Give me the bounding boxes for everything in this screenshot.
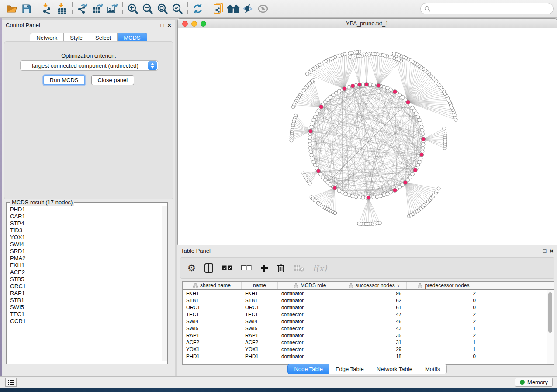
graph-node[interactable] bbox=[419, 157, 422, 160]
graph-hub-node[interactable] bbox=[421, 137, 425, 141]
zoom-selected-icon[interactable] bbox=[170, 2, 185, 15]
table-cell[interactable]: PHD1 bbox=[242, 354, 278, 359]
graph-node[interactable] bbox=[392, 52, 396, 55]
column-header-predecessor-nodes[interactable]: predecessor nodes bbox=[407, 282, 481, 289]
delete-column-trash-icon[interactable] bbox=[277, 261, 285, 275]
mcds-result-item[interactable]: SRD1 bbox=[7, 248, 161, 255]
refresh-icon[interactable] bbox=[190, 2, 205, 15]
show-all-eye-icon[interactable] bbox=[256, 2, 270, 15]
table-cell[interactable]: SWI5 bbox=[183, 326, 242, 331]
graph-node[interactable] bbox=[437, 187, 440, 190]
graph-node[interactable] bbox=[333, 211, 337, 215]
table-cell[interactable]: FKH1 bbox=[242, 291, 278, 296]
mcds-result-item[interactable]: PHD1 bbox=[7, 206, 161, 213]
graph-hub-node[interactable] bbox=[367, 196, 370, 199]
graph-hub-node[interactable] bbox=[319, 105, 323, 109]
table-row[interactable]: TEC1TEC1connector472 bbox=[183, 311, 547, 318]
float-panel-icon[interactable]: □ bbox=[160, 22, 164, 28]
network-graph[interactable] bbox=[178, 28, 557, 245]
column-header-mcds-role[interactable]: MCDS role bbox=[278, 282, 342, 289]
graph-node[interactable] bbox=[308, 146, 312, 150]
table-cell[interactable]: 18 bbox=[342, 354, 407, 359]
table-cell[interactable]: 62 bbox=[342, 298, 407, 303]
graph-node[interactable] bbox=[350, 194, 354, 198]
function-builder-icon[interactable]: f(x) bbox=[313, 261, 327, 275]
table-row[interactable]: YOX1YOX1connector291 bbox=[183, 346, 547, 353]
table-row[interactable]: SWI5SWI5connector431 bbox=[183, 325, 547, 332]
graph-node[interactable] bbox=[347, 193, 351, 196]
delete-table-icon[interactable] bbox=[294, 261, 304, 275]
graph-hub-node[interactable] bbox=[406, 100, 410, 104]
graph-node[interactable] bbox=[311, 122, 314, 125]
graph-node[interactable] bbox=[422, 143, 425, 146]
task-history-list-icon[interactable] bbox=[5, 378, 17, 387]
graph-node[interactable] bbox=[337, 189, 341, 193]
table-cell[interactable]: SWI5 bbox=[242, 326, 278, 331]
table-cell[interactable]: RAP1 bbox=[242, 333, 278, 338]
mcds-result-item[interactable]: YOX1 bbox=[7, 234, 161, 241]
graph-node[interactable] bbox=[308, 143, 311, 146]
mcds-result-item[interactable]: STP4 bbox=[7, 220, 161, 227]
graph-node[interactable] bbox=[310, 153, 313, 157]
mcds-result-item[interactable]: STB5 bbox=[7, 276, 161, 283]
graph-node[interactable] bbox=[419, 122, 422, 125]
memory-button[interactable]: Memory bbox=[515, 378, 553, 387]
graph-node[interactable] bbox=[372, 83, 375, 86]
table-cell[interactable]: connector bbox=[278, 326, 342, 331]
mcds-result-item[interactable]: SWI5 bbox=[7, 304, 161, 311]
graph-node[interactable] bbox=[418, 118, 421, 122]
run-mcds-button[interactable]: Run MCDS bbox=[43, 75, 85, 85]
table-cell[interactable]: dominator bbox=[278, 354, 342, 359]
table-settings-gear-icon[interactable]: ⚙ bbox=[187, 261, 196, 275]
graph-hub-node[interactable] bbox=[393, 90, 397, 94]
table-cell[interactable]: 2 bbox=[407, 319, 481, 324]
close-window-icon[interactable] bbox=[182, 21, 188, 27]
table-cell[interactable]: TEC1 bbox=[242, 312, 278, 317]
mcds-result-item[interactable]: PMA2 bbox=[7, 255, 161, 262]
table-cell[interactable]: 29 bbox=[342, 347, 407, 352]
graph-hub-node[interactable] bbox=[343, 87, 346, 91]
hide-selection-eye-icon[interactable] bbox=[241, 2, 256, 15]
home-icon[interactable] bbox=[226, 2, 241, 15]
save-session-icon[interactable] bbox=[19, 2, 34, 15]
column-header-successor-nodes[interactable]: successor nodes ∨ bbox=[342, 282, 407, 289]
table-cell[interactable]: 47 bbox=[342, 312, 407, 317]
graph-hub-node[interactable] bbox=[420, 153, 424, 157]
graph-node[interactable] bbox=[290, 139, 293, 142]
graph-node[interactable] bbox=[305, 72, 309, 76]
graph-node[interactable] bbox=[379, 194, 382, 198]
graph-node[interactable] bbox=[291, 105, 295, 109]
graph-hub-node[interactable] bbox=[316, 169, 320, 173]
graph-node[interactable] bbox=[312, 160, 315, 164]
graph-node[interactable] bbox=[310, 125, 313, 128]
graph-node[interactable] bbox=[354, 195, 357, 198]
graph-node[interactable] bbox=[421, 132, 425, 136]
table-cell[interactable]: 0 bbox=[407, 298, 481, 303]
import-table-icon[interactable] bbox=[55, 2, 69, 15]
criterion-dropdown[interactable]: largest connected component (undirected) bbox=[20, 60, 158, 71]
table-cell[interactable]: RAP1 bbox=[183, 333, 242, 338]
graph-node[interactable] bbox=[389, 88, 392, 91]
table-row[interactable]: SWI4SWI4dominator462 bbox=[183, 318, 547, 325]
table-cell[interactable]: dominator bbox=[278, 319, 342, 324]
table-row[interactable]: FKH1FKH1dominator962 bbox=[183, 290, 547, 297]
table-cell[interactable]: PHD1 bbox=[183, 354, 242, 359]
clone-network-icon[interactable] bbox=[211, 2, 226, 15]
table-row[interactable]: PHD1PHD1dominator180 bbox=[183, 353, 547, 360]
close-panel-button[interactable]: Close panel bbox=[91, 75, 135, 85]
table-cell[interactable]: TEC1 bbox=[183, 312, 242, 317]
table-cell[interactable]: 2 bbox=[407, 312, 481, 317]
graph-hub-node[interactable] bbox=[358, 83, 362, 86]
network-window-titlebar[interactable]: YPA_prune.txt_1 bbox=[178, 19, 557, 28]
tab-motifs[interactable]: Motifs bbox=[419, 364, 447, 374]
search-input[interactable] bbox=[430, 4, 553, 13]
table-scrollbar[interactable] bbox=[547, 290, 554, 364]
mcds-result-item[interactable]: ORC1 bbox=[7, 283, 161, 290]
mcds-result-item[interactable]: TEC1 bbox=[7, 311, 161, 318]
graph-node[interactable] bbox=[375, 195, 379, 198]
graph-hub-node[interactable] bbox=[364, 82, 368, 86]
zoom-fit-icon[interactable] bbox=[155, 2, 170, 15]
table-cell[interactable]: dominator bbox=[278, 298, 342, 303]
table-cell[interactable]: dominator bbox=[278, 333, 342, 338]
mcds-result-item[interactable]: GCR1 bbox=[7, 318, 161, 325]
